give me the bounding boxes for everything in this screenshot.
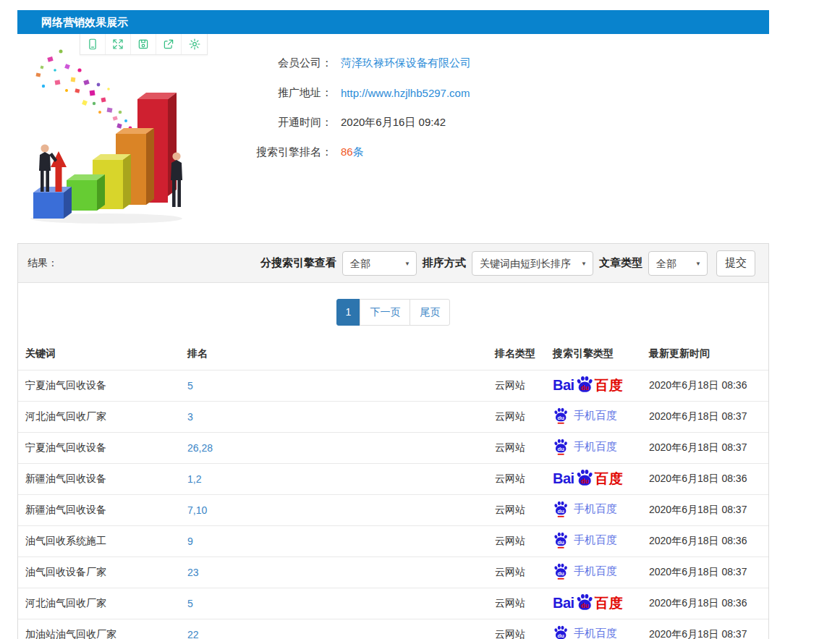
rank-link[interactable]: 26,28 [187,442,213,454]
mobile-baidu-paw-icon: du [553,532,569,549]
rank-link[interactable]: 22 [187,629,199,639]
confetti-dots [35,50,132,130]
keyword-cell: 新疆油气回收设备 [18,463,180,494]
rank-type-text: 云网站 [495,535,525,546]
keyword-cell: 河北油气回收厂家 [18,588,180,619]
engine-filter-wrap: 全部 [342,251,417,276]
keyword-cell: 河北油气回收厂家 [18,401,180,432]
result-label: 结果： [27,257,58,270]
pagination: 1 下一页 尾页 [18,283,768,339]
svg-text:du: du [580,384,588,391]
page-container: 网络营销效果展示 [17,10,769,639]
mobile-baidu-label: 手机百度 [574,533,617,547]
mobile-baidu-label: 手机百度 [574,564,617,578]
rank-cell: 23 [180,557,488,588]
results-panel: 结果： 分搜索引擎查看 全部 排序方式 关键词由短到长排序 文章类型 [17,243,769,639]
article-type-label: 文章类型 [599,256,642,270]
baidu-logo-bai: Bai [553,377,574,394]
baidu-paw-icon: du [575,376,594,393]
rank-type-text: 云网站 [495,566,525,577]
rank-type-text: 云网站 [495,441,525,453]
rank-cell: 9 [180,525,488,557]
mobile-baidu-logo: du 手机百度 [553,563,617,580]
table-header-row: 关键词 排名 排名类型 搜索引擎类型 最新更新时间 [18,339,768,370]
open-time-value: 2020年6月16日 09:42 [341,116,446,130]
next-page-button[interactable]: 下一页 [360,299,410,326]
table-row: 新疆油气回收设备 1,2 云网站 Bai du 百度 [18,463,768,494]
keyword-cell: 油气回收设备厂家 [18,557,180,588]
svg-text:du: du [580,477,588,484]
engine-rank-value: 86条 [341,145,364,159]
share-button[interactable] [156,34,182,54]
settings-button[interactable] [182,34,207,54]
update-time-text: 2020年6月18日 08:36 [649,535,747,546]
mobile-view-button[interactable] [80,34,106,54]
mobile-baidu-paw-icon: du [553,563,569,580]
engine-cell: Bai du 百度 du [546,557,642,588]
info-row-url: 推广地址： http://www.hzjlhb5297.com [234,84,471,101]
table-row: 新疆油气回收设备 7,10 云网站 Bai du 百度 [18,494,768,525]
company-link[interactable]: 菏泽玖禄环保设备有限公司 [341,56,471,70]
rank-link[interactable]: 1,2 [187,473,201,485]
rank-cell: 5 [180,588,488,619]
keyword-cell: 新疆油气回收设备 [18,494,180,525]
rank-link[interactable]: 3 [187,411,193,423]
svg-text:du: du [558,570,565,576]
rank-link[interactable]: 5 [187,598,193,609]
page-title: 网络营销效果展示 [17,10,769,34]
table-row: 河北油气回收厂家 3 云网站 Bai du 百度 [18,401,768,432]
update-time-cell: 2020年6月18日 08:36 [642,588,768,619]
mobile-baidu-label: 手机百度 [574,627,617,639]
sort-wrap: 关键词由短到长排序 [472,251,593,276]
promo-url-link[interactable]: http://www.hzjlhb5297.com [341,87,470,99]
rank-link[interactable]: 23 [187,567,199,578]
mobile-baidu-paw-icon: du [553,407,569,424]
rank-link[interactable]: 7,10 [187,504,207,516]
update-time-text: 2020年6月18日 08:37 [649,410,747,422]
bar-green [67,174,105,211]
rank-type-text: 云网站 [495,504,525,515]
update-time-text: 2020年6月18日 08:37 [649,566,747,577]
rank-type-cell: 云网站 [488,619,546,639]
baidu-logo: Bai du 百度 [553,594,624,613]
last-page-button[interactable]: 尾页 [410,299,450,326]
rank-link[interactable]: 9 [187,536,193,547]
keyword-cell: 宁夏油气回收设备 [18,370,180,401]
svg-text:du: du [558,445,565,452]
save-icon [137,38,150,51]
rank-cell: 26,28 [180,432,488,463]
share-icon [162,38,175,51]
keyword-text: 河北油气回收厂家 [25,410,106,422]
hero-section: 会员公司： 菏泽玖禄环保设备有限公司 推广地址： http://www.hzjl… [17,34,769,243]
table-body: 宁夏油气回收设备 5 云网站 Bai du 百度 [18,370,768,639]
submit-button[interactable]: 提交 [716,250,755,276]
keyword-text: 宁夏油气回收设备 [25,379,106,391]
svg-text:du: du [558,507,565,514]
mobile-baidu-logo: du 手机百度 [553,625,617,639]
sort-select[interactable]: 关键词由短到长排序 [472,251,593,276]
engine-cell: Bai du 百度 du [546,525,642,557]
table-row: 加油站油气回收厂家 22 云网站 Bai du 百度 [18,619,768,639]
engine-cell: Bai du 百度 du [546,463,642,494]
update-time-cell: 2020年6月18日 08:36 [642,463,768,494]
rank-type-text: 云网站 [495,379,525,391]
update-time-text: 2020年6月18日 08:36 [649,597,747,609]
engine-cell: Bai du 百度 du [546,432,642,463]
engine-filter-label: 分搜索引擎查看 [260,256,336,270]
rank-cell: 3 [180,401,488,432]
table-row: 油气回收系统施工 9 云网站 Bai du 百度 [18,525,768,557]
fullscreen-button[interactable] [106,34,131,54]
rank-type-text: 云网站 [495,473,525,484]
engine-filter-select[interactable]: 全部 [342,251,417,276]
col-header-engine-type: 搜索引擎类型 [546,339,642,370]
baidu-logo-cn: 百度 [595,376,624,395]
mobile-baidu-label: 手机百度 [574,502,617,516]
page-1-button[interactable]: 1 [336,299,361,326]
save-button[interactable] [131,34,156,54]
rank-type-cell: 云网站 [488,525,546,557]
baidu-logo-cn: 百度 [595,470,624,488]
article-type-select[interactable]: 全部 [648,251,708,276]
sort-label: 排序方式 [423,256,466,270]
rank-link[interactable]: 5 [187,380,193,392]
keyword-text: 加油站油气回收厂家 [25,628,116,639]
